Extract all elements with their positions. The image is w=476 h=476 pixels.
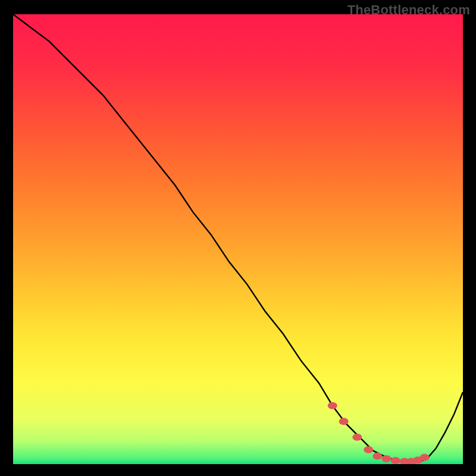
plot-area [13, 14, 463, 464]
highlight-dot [381, 455, 391, 462]
curve-layer [13, 14, 463, 464]
highlight-dot [391, 457, 400, 464]
chart-frame: TheBottleneck.com [0, 0, 476, 476]
highlight-dot [372, 452, 382, 459]
highlight-dot [339, 418, 349, 425]
highlight-dot [328, 402, 337, 409]
highlight-dot [352, 434, 362, 441]
bottleneck-curve [13, 14, 463, 463]
highlight-dot [420, 454, 430, 461]
highlight-dots [328, 402, 430, 464]
highlight-dot [364, 446, 373, 453]
